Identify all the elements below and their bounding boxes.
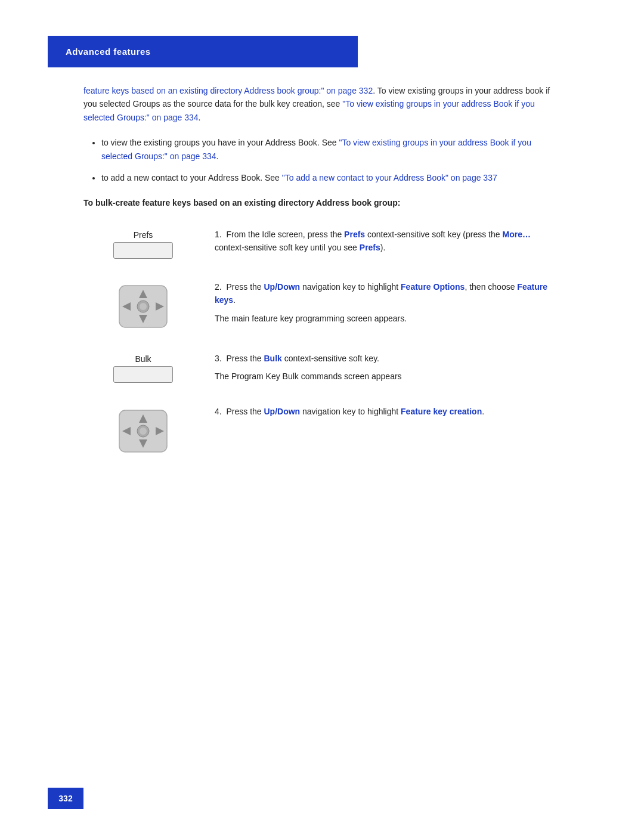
bullet-item-1: to view the existing groups you have in … xyxy=(101,136,561,163)
intro-link[interactable]: feature keys based on an existing direct… xyxy=(83,86,373,95)
bullet-list: to view the existing groups you have in … xyxy=(101,136,561,184)
step-row-1: Prefs 1. From the Idle screen, press the… xyxy=(83,228,561,259)
step-row-2: 2. Press the Up/Down navigation key to h… xyxy=(83,280,561,330)
step-1-bold-2: More… xyxy=(502,230,530,239)
header-title: Advanced features xyxy=(66,47,151,57)
step-1-number: 1. xyxy=(215,230,226,239)
nav-key-widget-2 xyxy=(116,407,170,455)
step-3-text: 3. Press the Bulk context-sensitive soft… xyxy=(203,352,561,383)
step-4-image xyxy=(83,405,203,455)
step-2-image xyxy=(83,280,203,330)
step-1-bold-1: Prefs xyxy=(344,230,365,239)
step-2-subtext: The main feature key programming screen … xyxy=(215,312,561,325)
step-2-bold-2: Feature Options xyxy=(401,282,465,292)
prefs-button-box xyxy=(113,242,173,259)
step-3-bold-1: Bulk xyxy=(264,354,282,363)
bulk-widget: Bulk xyxy=(113,354,173,383)
bulk-label: Bulk xyxy=(135,354,151,364)
step-1-image: Prefs xyxy=(83,228,203,259)
bullet-item-2: to add a new contact to your Address Boo… xyxy=(101,171,561,184)
steps-container: Prefs 1. From the Idle screen, press the… xyxy=(83,228,561,476)
bullet-2-link[interactable]: "To add a new contact to your Address Bo… xyxy=(282,173,497,182)
header-banner: Advanced features xyxy=(48,36,358,67)
bullet-1-link[interactable]: "To view existing groups in your address… xyxy=(101,138,531,160)
page-number-badge: 332 xyxy=(48,788,83,809)
step-3-subtext: The Program Key Bulk commands screen app… xyxy=(215,370,561,383)
step-3-number: 3. xyxy=(215,354,226,363)
bold-heading: To bulk-create feature keys based on an … xyxy=(83,196,561,209)
bulk-button-box xyxy=(113,366,173,383)
step-4-bold-1: Up/Down xyxy=(264,407,301,416)
step-2-text: 2. Press the Up/Down navigation key to h… xyxy=(203,280,561,325)
step-1-bold-3: Prefs xyxy=(360,243,380,252)
step-row-4: 4. Press the Up/Down navigation key to h… xyxy=(83,405,561,455)
step-2-bold-1: Up/Down xyxy=(264,282,301,292)
step-4-text: 4. Press the Up/Down navigation key to h… xyxy=(203,405,561,418)
page-container: Advanced features feature keys based on … xyxy=(0,0,644,833)
step-2-number: 2. xyxy=(215,282,226,292)
step-4-number: 4. xyxy=(215,407,226,416)
step-3-image: Bulk xyxy=(83,352,203,383)
prefs-widget: Prefs xyxy=(113,230,173,259)
nav-key-widget-1 xyxy=(116,283,170,330)
svg-point-6 xyxy=(140,303,147,310)
intro-link-2[interactable]: "To view existing groups in your address… xyxy=(83,99,535,122)
page-number: 332 xyxy=(58,794,72,803)
step-4-bold-2: Feature key creation xyxy=(401,407,482,416)
prefs-label: Prefs xyxy=(134,230,153,240)
intro-paragraph: feature keys based on an existing direct… xyxy=(83,84,561,124)
step-1-text: 1. From the Idle screen, press the Prefs… xyxy=(203,228,561,255)
content-area: feature keys based on an existing direct… xyxy=(48,84,596,476)
svg-point-13 xyxy=(140,428,147,435)
step-row-3: Bulk 3. Press the Bulk context-sensitive… xyxy=(83,352,561,383)
